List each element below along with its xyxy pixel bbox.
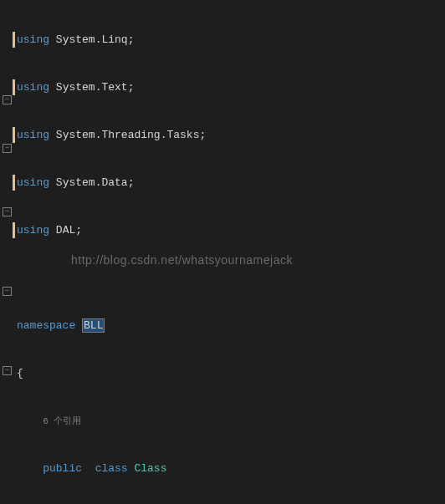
keyword-using: using bbox=[17, 33, 49, 46]
keyword-namespace: namespace bbox=[17, 319, 75, 332]
codelens-references[interactable]: 6 个引用 bbox=[43, 416, 81, 426]
keyword-using: using bbox=[17, 224, 49, 237]
code-editor[interactable]: − − − − − using System.Linq; using Syste… bbox=[0, 0, 445, 504]
keyword-using: using bbox=[17, 129, 49, 141]
fold-icon[interactable]: − bbox=[3, 366, 12, 375]
fold-icon[interactable]: − bbox=[3, 95, 12, 104]
namespace-ref: DAL bbox=[56, 224, 75, 237]
gutter: − − − − − bbox=[0, 0, 15, 504]
brace: { bbox=[17, 367, 23, 379]
keyword-using: using bbox=[17, 81, 49, 94]
fold-icon[interactable]: − bbox=[3, 144, 12, 153]
keyword-using: using bbox=[17, 176, 49, 189]
fold-icon[interactable]: − bbox=[3, 207, 12, 216]
namespace-ref: System.Text bbox=[56, 81, 128, 94]
namespace-ref: System.Data bbox=[56, 176, 128, 189]
namespace-ref: System.Linq bbox=[56, 33, 128, 46]
namespace-ref: System.Threading.Tasks bbox=[56, 129, 200, 141]
namespace-name-highlighted[interactable]: BLL bbox=[82, 318, 105, 333]
class-name: Class bbox=[134, 462, 166, 475]
keyword-public: public bbox=[43, 462, 82, 475]
fold-icon[interactable]: − bbox=[3, 287, 12, 296]
keyword-class: class bbox=[95, 462, 128, 475]
code-content[interactable]: using System.Linq; using System.Text; us… bbox=[15, 0, 445, 504]
